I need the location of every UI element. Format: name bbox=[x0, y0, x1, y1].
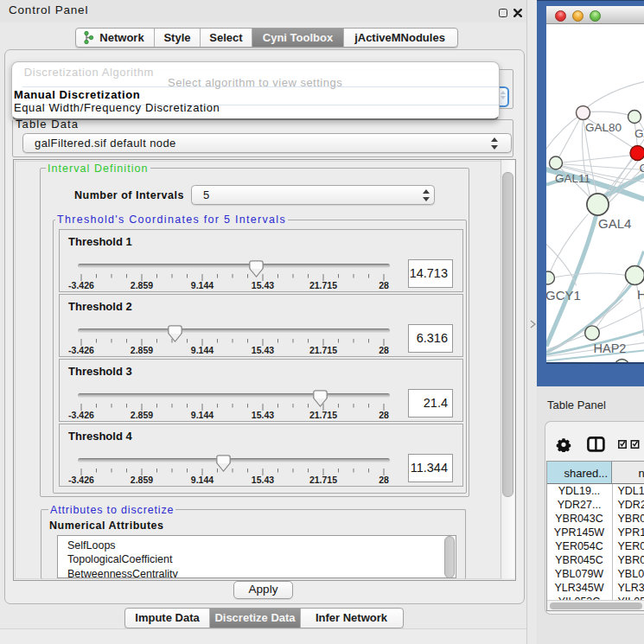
svg-text:GAL11: GAL11 bbox=[555, 172, 590, 185]
svg-text:GAL80: GAL80 bbox=[585, 120, 622, 133]
svg-text:H: H bbox=[637, 286, 644, 301]
svg-text:GCY1: GCY1 bbox=[546, 287, 581, 302]
svg-text:GA: GA bbox=[634, 127, 644, 140]
svg-text:GAL4: GAL4 bbox=[598, 216, 631, 231]
svg-text:CY: CY bbox=[639, 162, 644, 175]
svg-text:HAP2: HAP2 bbox=[593, 341, 626, 355]
